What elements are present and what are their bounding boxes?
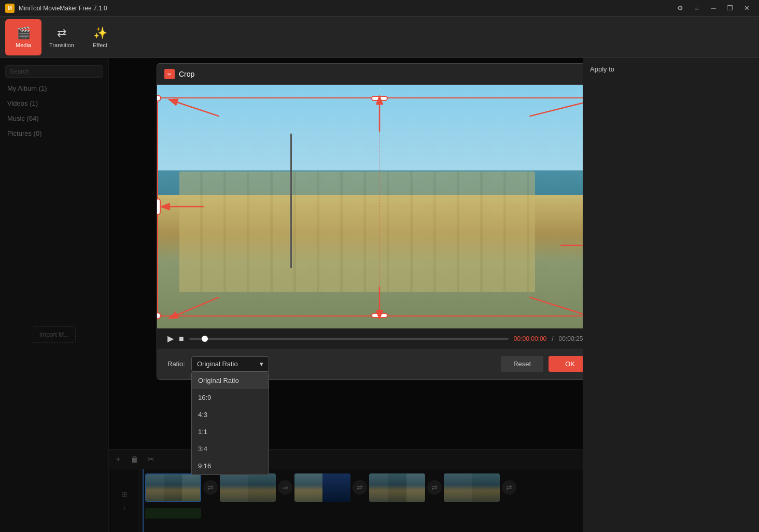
apply-to-label: Apply to (590, 65, 614, 73)
ratio-select-wrap: Original Ratio ▾ Original Ratio 16:9 (191, 356, 269, 371)
crop-overlay: ✂ Crop ✕ (0, 58, 759, 532)
ratio-row: Ratio: Original Ratio ▾ Original Ratio (157, 349, 602, 379)
ratio-option-4-3[interactable]: 4:3 (192, 406, 269, 423)
media-icon: 🎬 (17, 26, 31, 40)
effect-label: Effect (93, 42, 107, 48)
ratio-dropdown: Original Ratio 16:9 4:3 1:1 (191, 371, 269, 475)
mast (290, 134, 292, 268)
current-time: 00:00:00:00 (514, 335, 546, 342)
restore-button[interactable]: ❐ (723, 3, 737, 14)
toolbar-media[interactable]: 🎬 Media (5, 19, 41, 55)
stop-button[interactable]: ■ (179, 334, 184, 343)
apply-to-panel: Apply to (583, 58, 759, 532)
transition-label: Transition (49, 42, 74, 48)
settings-button[interactable]: ⚙ (673, 3, 687, 14)
dropdown-chevron-icon: ▾ (260, 360, 263, 368)
transition-icon: ⇄ (57, 26, 66, 40)
time-separator: / (552, 335, 553, 342)
main-toolbar: 🎬 Media ⇄ Transition ✨ Effect (0, 17, 759, 58)
playback-controls: ▶ ■ 00:00:00:00 / 00:00:25.01 (157, 328, 602, 349)
app-logo: M (5, 4, 15, 13)
effect-icon: ✨ (93, 26, 107, 40)
titlebar: M MiniTool MovieMaker Free 7.1.0 ⚙ ≡ ─ ❐… (0, 0, 759, 17)
ratio-option-3-4[interactable]: 3:4 (192, 440, 269, 457)
progress-bar[interactable] (189, 338, 509, 340)
close-button[interactable]: ✕ (739, 3, 754, 14)
video-frame (157, 85, 602, 328)
ratio-option-original[interactable]: Original Ratio (192, 372, 269, 389)
ratio-option-9-16[interactable]: 9:16 (192, 457, 269, 475)
ratio-option-1-1[interactable]: 1:1 (192, 423, 269, 440)
ratio-select-button[interactable]: Original Ratio ▾ (191, 356, 269, 371)
buildings (179, 158, 535, 292)
crop-reset-button[interactable]: Reset (501, 356, 543, 372)
ratio-selected-value: Original Ratio (197, 360, 238, 368)
window-controls: ⚙ ≡ ─ ❐ ✕ (673, 3, 754, 14)
progress-thumb[interactable] (202, 336, 208, 342)
media-label: Media (16, 42, 31, 48)
toolbar-transition[interactable]: ⇄ Transition (44, 19, 80, 55)
ratio-label: Ratio: (167, 360, 185, 368)
play-button[interactable]: ▶ (167, 334, 174, 343)
crop-header: ✂ Crop ✕ (157, 64, 602, 85)
menu-button[interactable]: ≡ (690, 3, 704, 14)
ratio-option-16-9[interactable]: 16:9 (192, 389, 269, 406)
crop-title: Crop (179, 70, 587, 78)
app-title: MiniTool MovieMaker Free 7.1.0 (19, 5, 673, 12)
toolbar-effect[interactable]: ✨ Effect (82, 19, 118, 55)
minimize-button[interactable]: ─ (706, 3, 721, 14)
crop-dialog: ✂ Crop ✕ (157, 63, 602, 380)
crop-icon: ✂ (164, 69, 175, 79)
crop-video-area (157, 85, 602, 328)
crop-buttons: Reset OK (501, 356, 592, 372)
